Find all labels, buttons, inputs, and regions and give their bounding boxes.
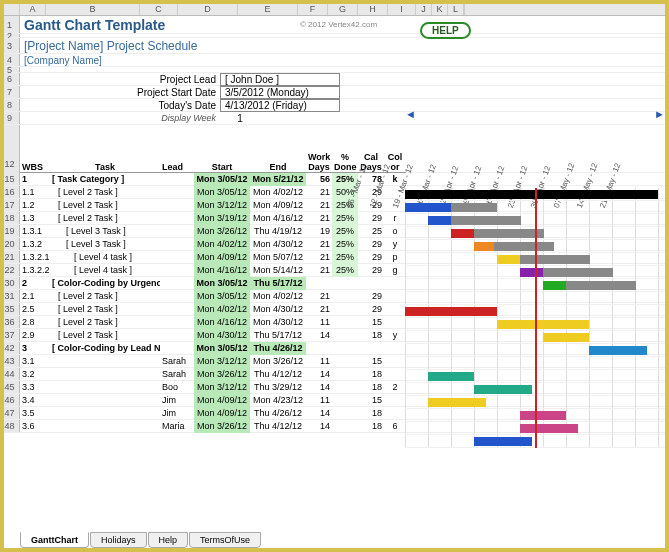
cal-days-cell[interactable]: 18 xyxy=(358,420,384,433)
lead-cell[interactable] xyxy=(160,225,194,238)
table-row[interactable]: 1.3.2.1[ Level 4 task ]Mon 4/09/12Mon 5/… xyxy=(20,251,406,264)
start-cell[interactable]: Mon 4/09/12 xyxy=(194,407,250,420)
gantt-bar[interactable] xyxy=(428,372,474,381)
work-days-cell[interactable]: 21 xyxy=(306,199,332,212)
task-cell[interactable]: [ Level 2 Task ] xyxy=(50,199,160,212)
color-cell[interactable] xyxy=(384,342,406,355)
gantt-bar[interactable] xyxy=(451,229,474,238)
work-days-cell[interactable]: 21 xyxy=(306,303,332,316)
task-cell[interactable]: [ Level 3 Task ] xyxy=(50,225,160,238)
end-cell[interactable]: Mon 4/02/12 xyxy=(250,186,306,199)
column-header-J[interactable]: J xyxy=(416,2,432,15)
cal-days-cell[interactable] xyxy=(358,342,384,355)
gantt-bar[interactable] xyxy=(497,320,589,329)
cal-days-cell[interactable]: 15 xyxy=(358,394,384,407)
task-cell[interactable] xyxy=(50,407,160,420)
column-header-I[interactable]: I xyxy=(388,2,416,15)
start-cell[interactable]: Mon 3/12/12 xyxy=(194,355,250,368)
lead-cell[interactable] xyxy=(160,277,194,290)
column-header-C[interactable]: C xyxy=(140,2,178,15)
work-days-cell[interactable]: 21 xyxy=(306,212,332,225)
wbs-cell[interactable]: 1.3.2.2 xyxy=(20,264,50,277)
task-cell[interactable]: [ Level 2 Task ] xyxy=(50,212,160,225)
gantt-bar[interactable] xyxy=(520,411,566,420)
today-date-input[interactable]: 4/13/2012 (Friday) xyxy=(220,99,340,112)
color-cell[interactable]: 2 xyxy=(384,381,406,394)
gantt-bar[interactable] xyxy=(494,242,554,251)
table-row[interactable]: 3.3BooMon 3/12/12Thu 3/29/1214182 xyxy=(20,381,406,394)
cal-days-cell[interactable]: 29 xyxy=(358,238,384,251)
wbs-cell[interactable]: 3.2 xyxy=(20,368,50,381)
wbs-cell[interactable]: 2.1 xyxy=(20,290,50,303)
column-header-A[interactable]: A xyxy=(20,2,46,15)
start-cell[interactable]: Mon 4/09/12 xyxy=(194,251,250,264)
lead-cell[interactable] xyxy=(160,303,194,316)
start-cell[interactable]: Mon 3/19/12 xyxy=(194,212,250,225)
lead-cell[interactable] xyxy=(160,316,194,329)
start-cell[interactable]: Mon 3/05/12 xyxy=(194,186,250,199)
lead-cell[interactable]: Sarah xyxy=(160,355,194,368)
lead-cell[interactable]: Jim xyxy=(160,407,194,420)
task-cell[interactable]: [ Level 2 Task ] xyxy=(50,316,160,329)
start-cell[interactable]: Mon 3/05/12 xyxy=(194,290,250,303)
end-cell[interactable]: Mon 4/09/12 xyxy=(250,199,306,212)
pct-done-cell[interactable] xyxy=(332,303,358,316)
start-cell[interactable]: Mon 3/05/12 xyxy=(194,173,250,186)
work-days-cell[interactable]: 14 xyxy=(306,381,332,394)
pct-done-cell[interactable] xyxy=(332,381,358,394)
pct-done-cell[interactable] xyxy=(332,342,358,355)
gantt-bar[interactable] xyxy=(520,255,590,264)
end-cell[interactable]: Mon 5/14/12 xyxy=(250,264,306,277)
pct-done-cell[interactable] xyxy=(332,407,358,420)
task-cell[interactable] xyxy=(50,394,160,407)
end-cell[interactable]: Thu 4/19/12 xyxy=(250,225,306,238)
work-days-cell[interactable] xyxy=(306,342,332,355)
lead-cell[interactable]: Sarah xyxy=(160,368,194,381)
color-cell[interactable] xyxy=(384,316,406,329)
gantt-bar[interactable] xyxy=(405,190,658,199)
wbs-cell[interactable]: 1.3.1 xyxy=(20,225,50,238)
wbs-cell[interactable]: 1.1 xyxy=(20,186,50,199)
lead-cell[interactable] xyxy=(160,186,194,199)
task-cell[interactable] xyxy=(50,381,160,394)
work-days-cell[interactable]: 21 xyxy=(306,238,332,251)
sheet-tab-ganttchart[interactable]: GanttChart xyxy=(20,532,89,548)
start-cell[interactable]: Mon 3/05/12 xyxy=(194,342,250,355)
sheet-tab-termsofuse[interactable]: TermsOfUse xyxy=(189,532,261,548)
project-lead-input[interactable]: [ John Doe ] xyxy=(220,73,340,86)
end-cell[interactable]: Thu 5/17/12 xyxy=(250,277,306,290)
work-days-cell[interactable]: 11 xyxy=(306,394,332,407)
wbs-cell[interactable]: 2 xyxy=(20,277,50,290)
table-row[interactable]: 3.2SarahMon 3/26/12Thu 4/12/121418 xyxy=(20,368,406,381)
color-cell[interactable]: y xyxy=(384,329,406,342)
cal-days-cell[interactable]: 29 xyxy=(358,303,384,316)
gantt-bar[interactable] xyxy=(497,255,520,264)
color-cell[interactable]: 6 xyxy=(384,420,406,433)
cal-days-cell[interactable]: 18 xyxy=(358,329,384,342)
column-header-H[interactable]: H xyxy=(358,2,388,15)
cal-days-cell[interactable]: 15 xyxy=(358,355,384,368)
table-row[interactable]: 1.3.1[ Level 3 Task ]Mon 3/26/12Thu 4/19… xyxy=(20,225,406,238)
gantt-bar[interactable] xyxy=(428,398,486,407)
wbs-cell[interactable]: 3 xyxy=(20,342,50,355)
gantt-bar[interactable] xyxy=(474,229,544,238)
start-cell[interactable]: Mon 4/09/12 xyxy=(194,394,250,407)
end-cell[interactable]: Thu 4/12/12 xyxy=(250,368,306,381)
column-header-L[interactable]: L xyxy=(448,2,464,15)
work-days-cell[interactable]: 14 xyxy=(306,420,332,433)
task-cell[interactable]: [ Level 4 task ] xyxy=(50,251,160,264)
start-cell[interactable]: Mon 3/26/12 xyxy=(194,420,250,433)
table-row[interactable]: 3.6MariaMon 3/26/12Thu 4/12/1214186 xyxy=(20,420,406,433)
pct-done-cell[interactable]: 25% xyxy=(332,225,358,238)
start-cell[interactable]: Mon 3/12/12 xyxy=(194,381,250,394)
lead-cell[interactable]: Jim xyxy=(160,394,194,407)
task-cell[interactable] xyxy=(50,368,160,381)
task-cell[interactable]: [ Level 2 Task ] xyxy=(50,329,160,342)
work-days-cell[interactable]: 14 xyxy=(306,329,332,342)
project-title[interactable]: [Project Name] Project Schedule xyxy=(20,37,201,55)
color-cell[interactable] xyxy=(384,407,406,420)
lead-cell[interactable] xyxy=(160,251,194,264)
work-days-cell[interactable]: 21 xyxy=(306,186,332,199)
color-cell[interactable]: g xyxy=(384,264,406,277)
start-cell[interactable]: Mon 4/16/12 xyxy=(194,316,250,329)
